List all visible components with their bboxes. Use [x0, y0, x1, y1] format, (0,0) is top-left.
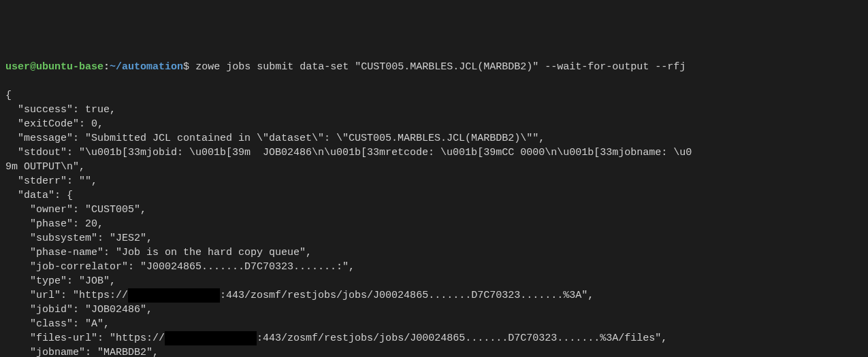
output-line: "type": "JOB", — [5, 275, 116, 287]
prompt-dollar: $ — [183, 61, 189, 73]
output-line: "success": true, — [5, 104, 116, 116]
redacted-host — [165, 331, 257, 345]
output-line: "message": "Submitted JCL contained in \… — [5, 133, 545, 144]
prompt-at: @ — [30, 61, 36, 73]
prompt-path: ~/automation — [110, 61, 183, 73]
prompt-user: user — [5, 61, 30, 73]
output-line: "subsystem": "JES2", — [5, 233, 152, 244]
url-prefix: "url": "https:// — [5, 290, 128, 301]
output-line: 9m OUTPUT\n", — [5, 161, 85, 173]
output-line: "phase-name": "Job is on the hard copy q… — [5, 247, 312, 258]
url-suffix: :443/zosmf/restjobs/jobs/J00024865......… — [257, 333, 667, 344]
command-text: zowe jobs submit data-set "CUST005.MARBL… — [189, 61, 686, 73]
output-line: "class": "A", — [5, 318, 110, 330]
prompt-colon: : — [103, 61, 110, 73]
output-line: "url": "https:// :443/zosmf/restjobs/job… — [5, 290, 594, 301]
output-line: "jobname": "MARBDB2", — [5, 347, 159, 357]
url-suffix: :443/zosmf/restjobs/jobs/J00024865......… — [220, 290, 594, 301]
output-line: "stdout": "\u001b[33mjobid: \u001b[39m J… — [5, 147, 692, 158]
output-line: "stderr": "", — [5, 175, 97, 187]
output-line: "job-correlator": "J00024865.......D7C70… — [5, 261, 355, 273]
terminal-output[interactable]: user@ubuntu-base:~/automation$ zowe jobs… — [5, 60, 863, 357]
output-line: "files-url": "https:// :443/zosmf/restjo… — [5, 333, 667, 344]
output-line: "exitCode": 0, — [5, 118, 103, 130]
output-line: "phase": 20, — [5, 218, 103, 230]
output-line: "owner": "CUST005", — [5, 204, 146, 216]
output-line: "jobid": "JOB02486", — [5, 304, 152, 316]
prompt-host: ubuntu-base — [36, 61, 103, 73]
output-line: { — [5, 90, 12, 101]
url-prefix: "files-url": "https:// — [5, 333, 165, 344]
redacted-host — [128, 288, 220, 303]
prompt-line: user@ubuntu-base:~/automation$ zowe jobs… — [5, 60, 863, 74]
output-line: "data": { — [5, 190, 73, 201]
